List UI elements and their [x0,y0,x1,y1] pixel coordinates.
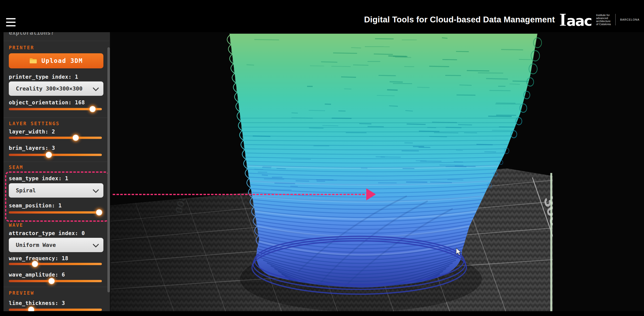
line-thickness-label: line_thickness: 3 [9,300,103,306]
logo-city: BARCELONA [620,18,639,21]
folder-icon [29,58,37,64]
divider [4,287,110,287]
wave-amplitude-slider[interactable] [9,278,102,285]
section-heading-wave: WAVE [9,222,103,228]
seam-annotation-arrow [366,188,376,200]
iaac-logo: Iaac [559,12,592,27]
section-heading-seam: SEAM [9,164,103,170]
chevron-down-icon [93,85,99,91]
slider-handle[interactable] [90,106,96,112]
layer-width-slider[interactable] [9,134,102,141]
divider [4,41,110,41]
slider-handle[interactable] [73,135,79,141]
mouse-cursor [455,248,462,255]
slider-handle[interactable] [49,278,55,284]
wave-frequency-slider[interactable] [9,260,102,267]
printer-type-dropdown[interactable]: Creality 300×300×300 [9,81,103,96]
object-orientation-slider[interactable] [9,106,102,113]
section-heading-layer-settings: LAYER SETTINGS [9,121,103,126]
clipped-scrolled-text: explorations? [9,32,103,38]
sidebar-scrollbar[interactable] [107,47,110,292]
upload-3dm-button[interactable]: Upload 3DM [9,53,103,68]
iaac-logo-subtext: Institute for advanced architecture of C… [596,14,611,26]
chevron-down-icon [93,241,99,247]
attractor-type-dropdown[interactable]: Uniform Wave [9,238,103,252]
wave-amplitude-label: wave_amplitude: 6 [9,272,103,278]
seam-annotation-dashed-line [113,194,365,195]
seam-highlight-box [5,171,109,222]
menu-button[interactable] [6,18,16,28]
brim-layers-slider[interactable] [9,151,102,158]
header-right: Digital Tools for Cloud-based Data Manag… [364,12,639,27]
brim-layers-label: brim_layers: 3 [9,145,103,151]
layer-width-label: layer_width: 2 [9,129,103,135]
divider [4,118,110,118]
bottom-bar [0,311,644,316]
printer-type-label: printer_type index: 1 [9,74,103,80]
object-orientation-label: object_orientation: 168 [9,100,103,106]
divider [4,162,110,162]
screen-edge-sliver [550,173,552,311]
app-screen: 300 300 Digital Tools for Cloud-based Da… [0,0,644,316]
viewport-3d[interactable]: 300 300 [110,32,644,311]
section-heading-preview: PREVIEW [9,290,103,296]
slider-handle[interactable] [46,152,52,158]
slider-handle[interactable] [32,261,38,267]
page-title: Digital Tools for Cloud-based Data Manag… [364,15,555,24]
menu-icon [6,18,16,19]
section-heading-printer: PRINTER [9,45,103,50]
upload-button-label: Upload 3DM [42,57,83,64]
attractor-type-label: attractor_type index: 0 [9,230,103,236]
logo-divider [615,14,616,25]
